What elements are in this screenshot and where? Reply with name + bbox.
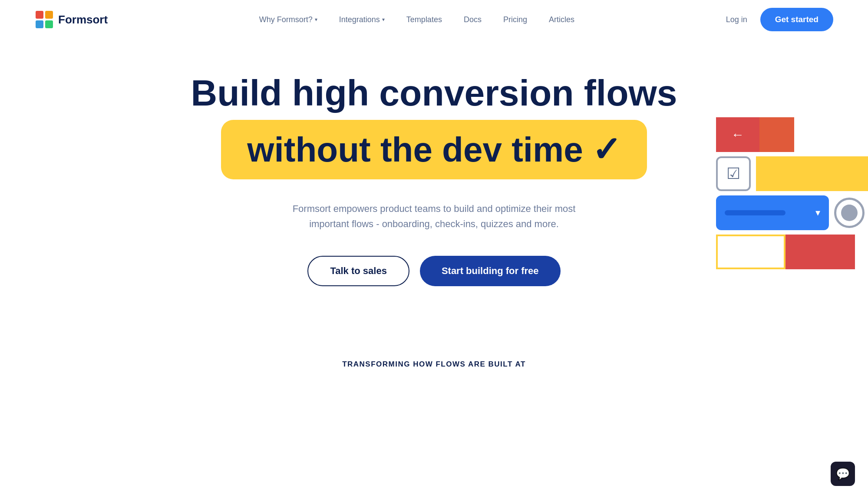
nav-link-articles[interactable]: Articles — [549, 15, 574, 24]
deco-radio-button — [834, 198, 865, 228]
hero-highlight-box: without the dev time ✓ — [221, 120, 647, 179]
nav-item-why-formsort[interactable]: Why Formsort? ▾ — [259, 15, 317, 24]
chevron-down-icon: ▾ — [315, 17, 317, 23]
deco-dropdown-bar — [725, 210, 785, 215]
checkmark-icon: ✓ — [592, 129, 621, 170]
navigation: Formsort Why Formsort? ▾ Integrations ▾ … — [0, 0, 868, 39]
deco-input-row — [716, 235, 868, 269]
nav-link-integrations[interactable]: Integrations ▾ — [339, 15, 385, 24]
nav-item-pricing[interactable]: Pricing — [503, 15, 527, 24]
logo[interactable]: Formsort — [35, 10, 108, 29]
ui-decoration: ← ☑ ▾ — [716, 117, 868, 269]
bottom-banner-text: TRANSFORMING HOW FLOWS ARE BUILT AT — [0, 360, 868, 369]
svg-rect-2 — [36, 20, 43, 28]
chevron-down-icon: ▾ — [382, 17, 385, 23]
nav-item-articles[interactable]: Articles — [549, 15, 574, 24]
svg-rect-0 — [36, 11, 43, 19]
nav-link-pricing[interactable]: Pricing — [503, 15, 527, 24]
nav-item-templates[interactable]: Templates — [406, 15, 442, 24]
deco-red-block — [785, 235, 855, 269]
deco-nav-buttons: ← — [716, 117, 868, 152]
checkbox-check-icon: ☑ — [726, 165, 740, 183]
deco-checkbox: ☑ — [716, 156, 751, 191]
deco-back-button: ← — [716, 117, 759, 152]
deco-checkbox-row: ☑ — [716, 156, 868, 191]
nav-link-why-formsort[interactable]: Why Formsort? ▾ — [259, 15, 317, 24]
svg-rect-3 — [45, 20, 53, 28]
deco-dropdown: ▾ — [716, 195, 829, 230]
login-link[interactable]: Log in — [726, 15, 747, 24]
nav-link-docs[interactable]: Docs — [464, 15, 482, 24]
svg-rect-1 — [45, 11, 53, 19]
chat-widget[interactable]: 💬 — [831, 462, 855, 486]
deco-radio-inner — [841, 205, 858, 221]
hero-description: Formsort empowers product teams to build… — [282, 201, 586, 231]
deco-text-input — [716, 235, 785, 269]
deco-yellow-bar — [756, 156, 868, 191]
hero-highlight-text: without the dev time — [247, 130, 583, 170]
bottom-banner: TRANSFORMING HOW FLOWS ARE BUILT AT — [0, 347, 868, 369]
hero-section: Build high conversion flows without the … — [0, 39, 868, 347]
logo-icon — [35, 10, 54, 29]
nav-links: Why Formsort? ▾ Integrations ▾ Templates… — [259, 15, 574, 24]
nav-item-docs[interactable]: Docs — [464, 15, 482, 24]
chat-icon: 💬 — [836, 467, 850, 481]
nav-link-templates[interactable]: Templates — [406, 15, 442, 24]
hero-title: Build high conversion flows — [191, 74, 677, 112]
hero-buttons: Talk to sales Start building for free — [307, 256, 560, 286]
deco-dropdown-row: ▾ — [716, 195, 868, 230]
nav-right: Log in Get started — [726, 8, 833, 31]
start-building-button[interactable]: Start building for free — [420, 256, 561, 286]
talk-to-sales-button[interactable]: Talk to sales — [307, 256, 409, 286]
deco-dropdown-arrow-icon: ▾ — [815, 207, 820, 218]
nav-item-integrations[interactable]: Integrations ▾ — [339, 15, 385, 24]
logo-text: Formsort — [58, 13, 108, 26]
deco-next-button — [759, 117, 794, 152]
get-started-button[interactable]: Get started — [760, 8, 833, 31]
